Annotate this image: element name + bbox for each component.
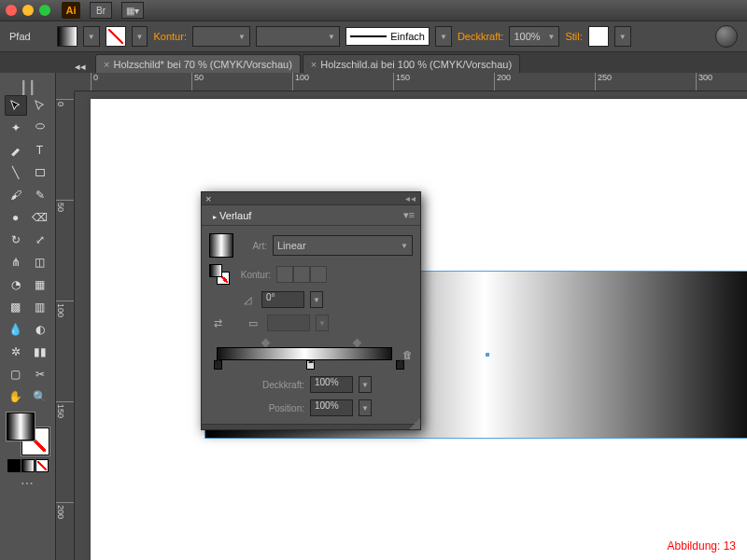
gradient-preview[interactable] (209, 233, 233, 258)
variable-width-dropdown[interactable]: ▼ (256, 26, 340, 47)
delete-stop-icon[interactable]: 🗑 (402, 349, 413, 360)
gradient-stop[interactable] (214, 360, 222, 370)
ruler-tick: 0 (56, 99, 74, 106)
color-mode-solid[interactable] (7, 459, 21, 472)
fill-dropdown[interactable]: ▼ (83, 26, 100, 47)
angle-input[interactable]: 0° (261, 291, 304, 308)
scale-tool[interactable]: ⤢ (29, 230, 51, 250)
panel-tab-verlauf[interactable]: ▸ Verlauf (207, 207, 257, 224)
stroke-weight-input[interactable]: ▼ (192, 26, 250, 47)
minimize-window-button[interactable] (22, 5, 34, 16)
horizontal-ruler[interactable]: 0 50 100 150 200 250 300 (75, 73, 747, 91)
graphic-style-swatch[interactable] (588, 26, 609, 47)
rotate-tool[interactable]: ↻ (5, 230, 27, 250)
panel-grip-icon[interactable]: ┃┃ (20, 80, 36, 95)
graph-tool[interactable]: ▮▮ (29, 342, 51, 362)
panel-resize-handle[interactable] (409, 418, 420, 429)
zoom-tool[interactable]: 🔍 (29, 386, 51, 407)
svg-point-0 (35, 124, 44, 129)
ruler-tick: 50 (56, 200, 74, 212)
magic-wand-tool[interactable]: ✦ (5, 118, 27, 138)
tabs-prev-icon[interactable]: ◂◂ (75, 61, 86, 73)
stop-position-input[interactable]: 100% (310, 399, 353, 416)
selection-center-point (486, 353, 489, 357)
stroke-color-dropdown[interactable]: ▼ (132, 26, 148, 47)
panel-close-icon[interactable]: × (205, 193, 211, 204)
gradient-midpoint[interactable] (261, 339, 271, 348)
close-tab-icon[interactable]: × (104, 59, 109, 70)
panel-header[interactable]: × ◂◂ (202, 192, 420, 205)
document-tab-1[interactable]: ×Holzschild* bei 70 % (CMYK/Vorschau) (95, 54, 301, 73)
hand-tool[interactable]: ✋ (5, 386, 27, 407)
panel-menu-icon[interactable]: ▾≡ (403, 209, 415, 221)
artboard-tool[interactable]: ▢ (5, 364, 27, 385)
direct-selection-tool[interactable] (29, 95, 51, 116)
blend-tool[interactable]: ◐ (29, 319, 51, 340)
tools-panel: ┃┃ ✦ T ╲ 🖌✎ ●⌫ ↻⤢ ⋔◫ ◔▦ ▩▥ 💧◐ ✲▮▮ ▢✂ ✋🔍 … (0, 73, 56, 560)
panel-kontur-label: Kontur: (235, 270, 271, 280)
stop-opacity-stepper[interactable]: ▼ (359, 376, 372, 393)
mesh-tool[interactable]: ▩ (5, 297, 27, 317)
symbol-sprayer-tool[interactable]: ✲ (5, 342, 27, 362)
slice-tool[interactable]: ✂ (29, 364, 51, 385)
app-logo: Ai (62, 2, 80, 19)
stroke-gradient-within (276, 266, 293, 283)
pen-tool[interactable] (5, 140, 27, 161)
bridge-button[interactable]: Br (90, 2, 112, 19)
brush-dropdown[interactable]: ▼ (435, 26, 452, 47)
stop-opacity-input[interactable]: 100% (310, 376, 353, 393)
figure-caption: Abbildung: 13 (668, 539, 736, 553)
document-setup-icon[interactable] (715, 25, 738, 48)
paintbrush-tool[interactable]: 🖌 (5, 185, 27, 205)
eraser-tool[interactable]: ⌫ (29, 207, 51, 228)
blob-brush-tool[interactable]: ● (5, 207, 27, 228)
close-window-button[interactable] (6, 5, 17, 16)
gradient-midpoint[interactable] (353, 339, 362, 348)
screen-mode-icon[interactable]: ⋯ (21, 476, 35, 491)
tab-label: Holzschild.ai bei 100 % (CMYK/Vorschau) (320, 59, 512, 70)
type-tool[interactable]: T (29, 140, 51, 161)
shape-builder-tool[interactable]: ◔ (5, 274, 27, 295)
vertical-ruler[interactable]: 0 50 100 150 200 (56, 91, 75, 560)
perspective-tool[interactable]: ▦ (29, 274, 51, 295)
gradient-stop[interactable] (306, 360, 315, 370)
pencil-tool[interactable]: ✎ (29, 185, 51, 205)
stroke-swatch[interactable] (106, 26, 126, 47)
layout-button[interactable]: ▦▾ (121, 2, 144, 19)
gradient-stop[interactable] (396, 360, 404, 370)
maximize-window-button[interactable] (39, 5, 50, 16)
gradient-editor[interactable]: 🗑 (209, 340, 413, 370)
panel-deckkraft-label: Deckkraft: (250, 380, 304, 390)
brush-definition[interactable]: Einfach (345, 27, 430, 46)
width-tool[interactable]: ⋔ (5, 252, 27, 273)
document-tab-2[interactable]: ×Holzschild.ai bei 100 % (CMYK/Vorschau) (303, 54, 520, 73)
line-tool[interactable]: ╲ (5, 162, 27, 183)
ruler-tick: 150 (393, 73, 410, 91)
close-tab-icon[interactable]: × (311, 59, 317, 70)
graphic-style-dropdown[interactable]: ▼ (614, 26, 631, 47)
fill-box[interactable] (7, 413, 35, 441)
opacity-input[interactable]: 100%▼ (509, 26, 559, 47)
gradient-tool[interactable]: ▥ (29, 297, 51, 317)
stop-position-stepper[interactable]: ▼ (359, 399, 372, 416)
gradient-type-dropdown[interactable]: Linear▼ (273, 235, 413, 256)
gradient-bar[interactable] (217, 347, 392, 360)
color-mode-gradient[interactable] (21, 459, 35, 472)
stil-label: Stil: (565, 31, 582, 42)
fill-stroke-control[interactable] (7, 413, 49, 455)
free-transform-tool[interactable]: ◫ (29, 252, 51, 273)
angle-stepper[interactable]: ▼ (310, 291, 323, 308)
lasso-tool[interactable] (29, 118, 51, 138)
reverse-gradient-icon[interactable]: ⇄ (209, 315, 226, 331)
eyedropper-tool[interactable]: 💧 (5, 319, 27, 340)
color-mode-none[interactable] (35, 459, 49, 472)
tab-label: Holzschild* bei 70 % (CMYK/Vorschau) (113, 59, 291, 70)
document-tabs: ◂◂ ×Holzschild* bei 70 % (CMYK/Vorschau)… (0, 52, 747, 73)
fill-swatch[interactable] (57, 26, 78, 47)
mini-fill-stroke[interactable] (209, 264, 230, 285)
selection-tool[interactable] (5, 95, 27, 116)
panel-collapse-icon[interactable]: ◂◂ (405, 193, 416, 203)
gradient-panel[interactable]: × ◂◂ ▸ Verlauf ▾≡ Art: Linear▼ Kontur: (201, 191, 421, 430)
rectangle-tool[interactable] (29, 162, 51, 183)
svg-rect-1 (35, 170, 44, 176)
